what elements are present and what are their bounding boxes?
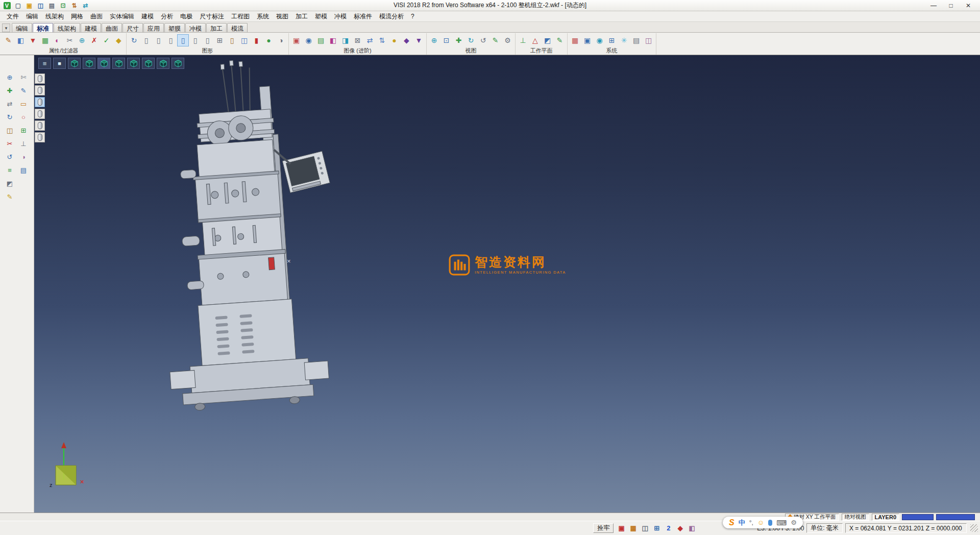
group-elements-icon[interactable]: ⊞ <box>214 34 226 46</box>
trim-icon[interactable]: ✂ <box>5 139 15 148</box>
measure-icon[interactable]: ✚ <box>5 86 15 95</box>
minimize-button[interactable]: — <box>929 2 938 9</box>
tab-wireframe[interactable]: 线架构 <box>54 23 80 32</box>
edit-geometry-icon[interactable]: ✎ <box>18 86 29 95</box>
preview-icon[interactable]: ⊡ <box>58 1 68 10</box>
attributes-match-icon[interactable]: ◧ <box>15 34 27 46</box>
menu-surface[interactable]: 曲面 <box>87 11 106 22</box>
rotate-view-icon[interactable]: ↻ <box>465 34 477 46</box>
translate-icon[interactable]: ⇄ <box>5 99 15 108</box>
flip-view-icon[interactable]: ⇅ <box>376 34 388 46</box>
layer-color-swatch-b[interactable] <box>936 514 975 520</box>
mirror-icon[interactable]: ◫ <box>5 126 15 135</box>
swap-view-icon[interactable]: ⇄ <box>364 34 376 46</box>
trim-filter-icon[interactable]: ✂ <box>64 34 76 46</box>
view-cube-left-icon[interactable] <box>127 58 140 69</box>
show-surfaces-icon[interactable]: ▯ <box>165 34 177 46</box>
zoom-window-icon[interactable]: ⊡ <box>440 34 452 46</box>
layer-color-swatch-a[interactable] <box>902 514 934 520</box>
display-filter-button-1[interactable] <box>35 74 45 84</box>
view-cube-back-icon[interactable] <box>142 58 155 69</box>
snap-lock-button[interactable]: 拴牢 <box>593 523 614 533</box>
new-file-icon[interactable]: ▢ <box>13 1 23 10</box>
view-cube-right-icon[interactable] <box>112 58 125 69</box>
shading-icon[interactable]: ◑ <box>18 152 29 161</box>
display-filter-button-2[interactable] <box>35 85 45 95</box>
save-file-icon[interactable]: ◫ <box>36 1 45 10</box>
tab-standard[interactable]: 标准 <box>33 23 53 32</box>
attributes-edit-icon[interactable]: ✎ <box>3 34 14 46</box>
menu-drafting[interactable]: 工程图 <box>228 11 253 22</box>
show-meshes-icon[interactable]: ▯ <box>189 34 201 46</box>
keyboard-icon[interactable]: ⌨ <box>776 519 787 527</box>
regen-graphics-icon[interactable]: ↻ <box>128 34 140 46</box>
tab-modeling[interactable]: 建模 <box>81 23 101 32</box>
color-table-icon[interactable]: ▦ <box>569 34 581 46</box>
link-elements-icon[interactable]: ◫ <box>238 34 250 46</box>
workplane-view-icon[interactable]: ◩ <box>542 34 553 46</box>
zoom-select-icon[interactable]: ⊕ <box>5 72 15 82</box>
display-filter-button-4[interactable] <box>35 109 45 119</box>
show-dimensions-icon[interactable]: ▯ <box>202 34 213 46</box>
osnap-icon[interactable]: ⊞ <box>651 523 662 533</box>
layer-manager-icon[interactable]: ≡ <box>5 165 15 175</box>
dynamic-view-icon[interactable]: ◉ <box>303 34 314 46</box>
display-config-icon[interactable]: ▣ <box>581 34 593 46</box>
workplane-standard-icon[interactable]: ⊥ <box>517 34 529 46</box>
view-cube-top-icon[interactable] <box>97 58 110 69</box>
snap-grid-icon[interactable]: ⊞ <box>606 34 618 46</box>
rotate-icon[interactable]: ↻ <box>5 112 15 121</box>
view-cube-front-icon[interactable] <box>83 58 95 69</box>
hide-elements-icon[interactable]: ▮ <box>251 34 262 46</box>
clear-filter-icon[interactable]: ✗ <box>88 34 100 46</box>
menu-electrode[interactable]: 电极 <box>177 11 196 22</box>
ortho-toggle-icon[interactable]: ◫ <box>640 523 650 533</box>
print-icon[interactable]: ▤ <box>47 1 57 10</box>
toolbox-icon[interactable]: ⚙ <box>791 519 797 526</box>
export-icon[interactable]: ⇄ <box>81 1 90 10</box>
workplane-3point-icon[interactable]: △ <box>529 34 541 46</box>
display-filter-button-3[interactable] <box>35 97 45 107</box>
view-menu-icon[interactable]: ≡ <box>38 58 51 69</box>
counter-badge[interactable]: 2 <box>663 523 674 533</box>
tab-application[interactable]: 应用 <box>143 23 164 32</box>
apply-filter-icon[interactable]: ✓ <box>101 34 112 46</box>
menu-analysis[interactable]: 分析 <box>157 11 177 22</box>
mask-icon[interactable]: ◩ <box>5 179 15 188</box>
tab-dimension[interactable]: 尺寸 <box>122 23 143 32</box>
cut-icon[interactable]: ✄ <box>18 72 29 82</box>
menu-standard-parts[interactable]: 标准件 <box>350 11 376 22</box>
shadow-toggle-icon[interactable]: ◧ <box>327 34 339 46</box>
circle-icon[interactable]: ○ <box>18 112 29 121</box>
menu-edit[interactable]: 编辑 <box>22 11 42 22</box>
maximize-button[interactable]: □ <box>946 2 955 9</box>
menu-wireframe[interactable]: 线架构 <box>42 11 67 22</box>
light-settings-icon[interactable]: ● <box>388 34 400 46</box>
halftone-toggle-icon[interactable]: ◑ <box>275 34 287 46</box>
tab-overflow-button[interactable]: ▾ <box>2 23 10 32</box>
previous-view-icon[interactable]: ↺ <box>477 34 489 46</box>
sogou-input-bar[interactable]: S 中 °, ☺ ⌨ ⚙ <box>723 517 803 528</box>
zoom-all-icon[interactable]: ⊕ <box>428 34 440 46</box>
menu-machining[interactable]: 加工 <box>292 11 311 22</box>
menu-flow-analysis[interactable]: 模流分析 <box>376 11 407 22</box>
pan-view-icon[interactable]: ✚ <box>453 34 464 46</box>
package-icon[interactable]: ◧ <box>687 523 697 533</box>
microphone-icon[interactable] <box>768 520 772 526</box>
menu-mesh[interactable]: 网格 <box>67 11 87 22</box>
display-filter-button-5[interactable] <box>35 120 45 131</box>
redline-icon[interactable]: ◆ <box>675 523 685 533</box>
grid-toggle-icon[interactable]: ▦ <box>628 523 639 533</box>
sketch-view-icon[interactable]: ✎ <box>489 34 501 46</box>
resize-grip[interactable] <box>970 524 978 532</box>
punctuation-indicator[interactable]: °, <box>749 519 753 526</box>
show-solids-icon[interactable]: ▯ <box>177 34 189 46</box>
input-language-indicator[interactable]: 中 <box>739 518 745 527</box>
active-layer-indicator[interactable]: LAYER0 <box>872 514 899 521</box>
constraint-icon[interactable]: ⊥ <box>18 139 29 148</box>
annotate-icon[interactable]: ✎ <box>5 192 15 201</box>
menu-solid-edit[interactable]: 实体编辑 <box>106 11 138 22</box>
visi-logo-icon[interactable]: V <box>2 1 12 10</box>
reflection-toggle-icon[interactable]: ◨ <box>339 34 351 46</box>
report-icon[interactable]: ▤ <box>18 165 29 175</box>
